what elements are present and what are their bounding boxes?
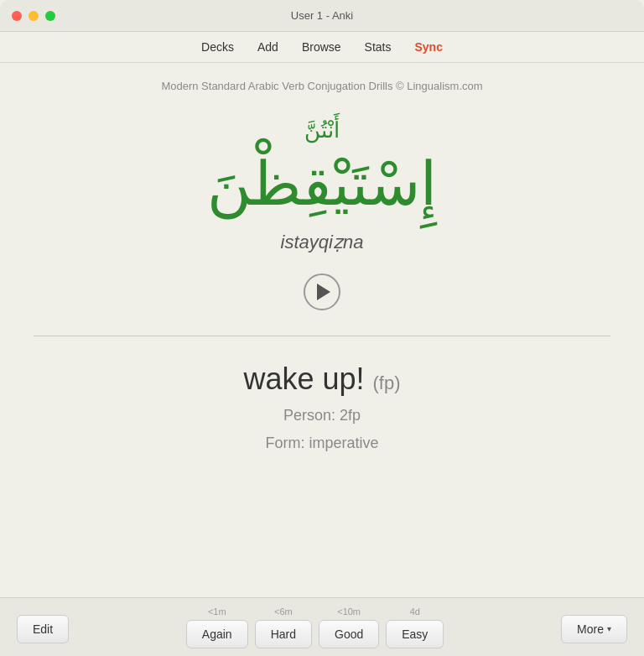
traffic-lights [12,11,55,21]
again-button[interactable]: Again [186,620,248,648]
edit-button[interactable]: Edit [17,615,69,643]
good-button-group: <10m Good [319,607,379,648]
answer-section: wake up! (fp) Person: 2fp Form: imperati… [243,362,400,452]
chevron-down-icon: ▾ [607,624,611,633]
hard-button-group: <6m Hard [255,607,312,648]
pronoun-arabic: أَنْتُنَّ [304,117,340,143]
maximize-button[interactable] [45,11,55,21]
window-title: User 1 - Anki [291,9,353,22]
hard-time-label: <6m [274,607,293,617]
easy-button-group: 4d Easy [386,607,444,648]
menu-sync[interactable]: Sync [414,40,442,54]
answer-buttons: <1m Again <6m Hard <10m Good 4d Easy [186,607,444,648]
card-subtitle: Modern Standard Arabic Verb Conjugation … [161,80,482,92]
good-button[interactable]: Good [319,620,379,648]
play-icon [317,284,330,300]
divider [34,336,610,336]
card-content: Modern Standard Arabic Verb Conjugation … [0,63,644,469]
good-time-label: <10m [337,607,361,617]
bottom-bar: Edit <1m Again <6m Hard <10m Good 4d Eas… [0,597,644,656]
title-bar: User 1 - Anki [0,0,644,32]
menu-bar: Decks Add Browse Stats Sync [0,32,644,63]
hard-button[interactable]: Hard [255,620,312,648]
minimize-button[interactable] [29,11,39,21]
again-button-group: <1m Again [186,607,248,648]
menu-add[interactable]: Add [257,40,278,54]
menu-decks[interactable]: Decks [201,40,234,54]
edit-button-group: Edit [17,612,69,643]
main-arabic-word: إِسْتَيْقِظْنَ [207,152,437,218]
more-button[interactable]: More ▾ [561,615,627,643]
easy-time-label: 4d [410,607,420,617]
form-detail: Form: imperative [265,435,378,452]
person-detail: Person: 2fp [283,407,361,424]
easy-button[interactable]: Easy [386,620,444,648]
meaning-qualifier: (fp) [373,372,401,393]
meaning-text: wake up! (fp) [243,362,400,397]
transliteration: istayqiẓna [281,232,364,253]
play-audio-button[interactable] [304,273,340,310]
menu-stats[interactable]: Stats [365,40,392,54]
menu-browse[interactable]: Browse [302,40,341,54]
again-time-label: <1m [208,607,226,617]
meaning-word: wake up! [243,362,364,396]
close-button[interactable] [12,11,22,21]
more-button-group: More ▾ [561,612,627,643]
